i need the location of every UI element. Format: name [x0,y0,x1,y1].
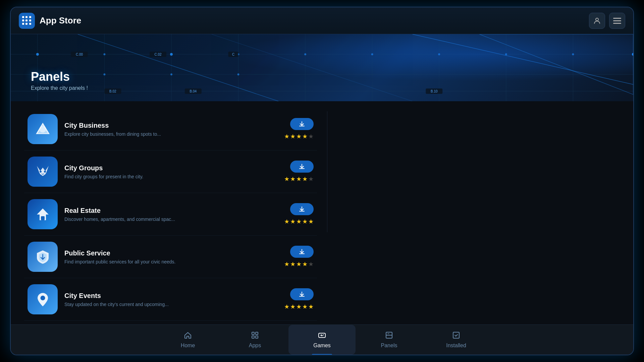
nav-label-installed: Installed [446,343,466,349]
svg-rect-1 [613,18,621,19]
logo-dot [22,19,24,21]
svg-rect-3 [613,23,621,24]
app-card-vehicles-dealer: Vehicles Dealer Find cars, motorcycles, … [24,321,317,324]
app-icon-city-events [28,284,58,314]
apps-icon [251,331,259,341]
app-card-public-service: Public Service Find important public ser… [24,236,317,278]
app-actions-city-groups: ★ ★ ★ ★ ★ [284,161,314,183]
banner-grid-bg: C.00 C.02 C B.02 B.04 B.10 [11,34,633,101]
app-icon-public-service [28,242,58,272]
svg-point-55 [40,296,45,300]
app-logo [19,13,35,29]
home-icon [184,331,192,341]
games-icon [318,331,326,341]
app-icon-city-business [28,114,58,144]
app-actions-city-business: ★ ★ ★ ★ ★ [284,118,314,140]
download-button-city-business[interactable] [290,118,314,130]
download-button-real-estate[interactable] [290,203,314,215]
svg-point-72 [322,335,323,336]
stars-city-events: ★ ★ ★ ★ ★ [284,303,314,310]
nav-label-apps: Apps [249,343,261,349]
logo-dot [29,23,31,25]
app-card-city-business: City Business Explore city businesses, f… [24,108,317,150]
app-list-left: City Business Explore city businesses, f… [24,108,317,236]
app-name-public-service: Public Service [64,249,277,257]
app-icon-real-estate [28,199,58,229]
download-button-city-events[interactable] [290,288,314,300]
panels-icon [385,331,393,341]
logo-dot [29,19,31,21]
banner-subtitle: Explore the city panels ! [31,85,88,91]
app-desc-real-estate: Discover homes, apartments, and commerci… [64,217,277,222]
column-divider [327,111,327,232]
stars-city-groups: ★ ★ ★ ★ ★ [284,175,314,183]
nav-label-panels: Panels [381,343,397,349]
svg-rect-75 [453,332,459,338]
app-store-screen: App Store [10,7,634,355]
app-name-real-estate: Real Estate [64,207,277,215]
app-title: App Store [40,15,589,26]
logo-dots [22,16,32,25]
nav-item-games[interactable]: Games [288,325,356,355]
nav-active-indicator [312,354,332,355]
app-info-city-groups: City Groups Find city groups for present… [64,164,277,179]
banner-content: Panels Explore the city panels ! [31,70,88,91]
svg-point-0 [596,18,598,21]
svg-point-52 [44,171,46,173]
app-info-real-estate: Real Estate Discover homes, apartments, … [64,207,277,222]
profile-button[interactable] [589,13,605,29]
app-name-city-business: City Business [64,122,277,129]
app-card-city-events: City Events Stay updated on the city's c… [24,278,317,321]
stars-city-business: ★ ★ ★ ★ ★ [284,133,314,140]
app-list-right: Public Service Find important public ser… [24,236,317,324]
nav-item-apps[interactable]: Apps [221,325,288,355]
svg-rect-64 [252,332,254,335]
app-actions-public-service: ★ ★ ★ ★ ★ [284,246,314,268]
installed-icon [452,331,460,341]
logo-dot [25,16,28,18]
menu-button[interactable] [609,13,625,29]
svg-rect-65 [256,332,258,335]
app-desc-city-groups: Find city groups for present in the city… [64,174,277,179]
header-actions [589,13,625,29]
stars-real-estate: ★ ★ ★ ★ ★ [284,218,314,225]
app-grid: City Business Explore city businesses, f… [11,101,633,324]
bottom-navigation: Home Apps [11,324,633,355]
app-card-real-estate: Real Estate Discover homes, apartments, … [24,193,317,236]
app-desc-public-service: Find important public services for all y… [64,259,277,264]
banner-title: Panels [31,70,88,84]
logo-dot [22,23,24,25]
download-button-public-service[interactable] [290,246,314,258]
stars-public-service: ★ ★ ★ ★ ★ [284,260,314,268]
app-info-public-service: Public Service Find important public ser… [64,249,277,264]
banner: C.00 C.02 C B.02 B.04 B.10 [11,34,633,101]
app-actions-city-events: ★ ★ ★ ★ ★ [284,288,314,310]
header: App Store [11,7,633,34]
app-card-city-groups: City Groups Find city groups for present… [24,150,317,193]
svg-rect-46 [11,34,633,101]
svg-rect-54 [41,216,45,220]
app-name-city-events: City Events [64,292,277,300]
logo-dot [25,23,28,25]
app-desc-city-events: Stay updated on the city's current and u… [64,302,277,307]
nav-label-home: Home [181,343,195,349]
app-info-city-business: City Business Explore city businesses, f… [64,122,277,137]
app-icon-city-groups [28,157,58,187]
nav-item-installed[interactable]: Installed [423,325,490,355]
app-info-city-events: City Events Stay updated on the city's c… [64,292,277,307]
nav-label-games: Games [313,343,331,349]
svg-point-51 [40,171,42,173]
nav-item-home[interactable]: Home [154,325,221,355]
svg-point-50 [39,126,46,132]
app-name-city-groups: City Groups [64,164,277,172]
download-button-city-groups[interactable] [290,161,314,173]
logo-dot [22,16,24,18]
app-desc-city-business: Explore city businesses, from dining spo… [64,131,277,137]
app-actions-real-estate: ★ ★ ★ ★ ★ [284,203,314,225]
svg-point-71 [323,334,324,335]
logo-dot [25,19,28,21]
svg-rect-66 [252,336,254,338]
svg-rect-67 [256,336,258,338]
nav-item-panels[interactable]: Panels [356,325,423,355]
logo-dot [29,16,31,18]
